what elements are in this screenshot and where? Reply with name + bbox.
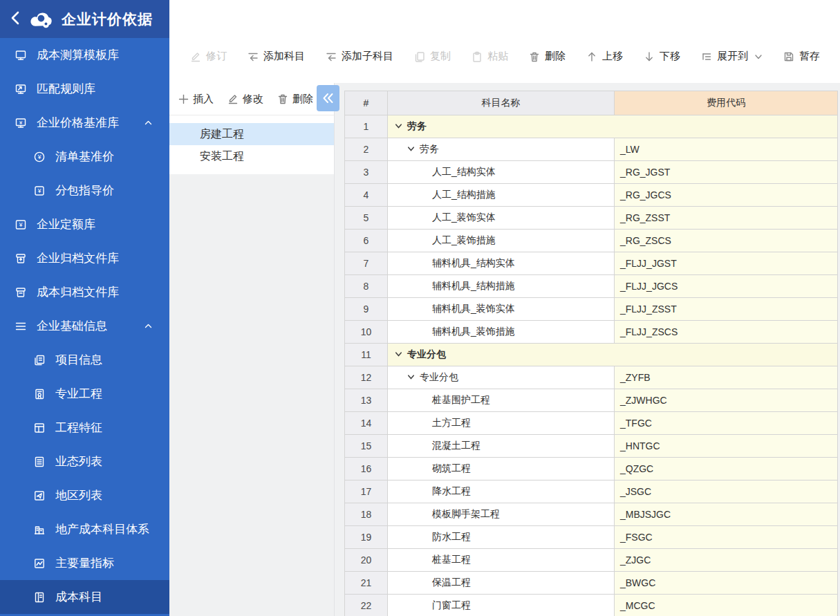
subject-name-cell[interactable]: 模板脚手架工程 (388, 503, 615, 526)
panel-button-trash[interactable]: 删除 (277, 93, 313, 106)
table-row[interactable]: 11专业分包 (345, 344, 838, 366)
chevron-down-icon[interactable] (395, 122, 402, 130)
sidebar-item[interactable]: 专业工程 (0, 377, 169, 411)
table-row[interactable]: 16砌筑工程_QZGC (345, 458, 838, 480)
subject-name-cell[interactable]: 辅料机具_装饰措施 (388, 321, 615, 344)
sidebar-item[interactable]: 业态列表 (0, 445, 169, 478)
sidebar-item[interactable]: 成本科目 (0, 580, 169, 614)
fee-code-cell[interactable]: _LW (615, 138, 838, 161)
row-number-cell[interactable]: 7 (345, 252, 388, 275)
column-header-num[interactable]: # (345, 91, 388, 115)
row-number-cell[interactable]: 2 (345, 138, 388, 161)
table-row[interactable]: 14土方工程_TFGC (345, 412, 838, 435)
row-number-cell[interactable]: 5 (345, 207, 388, 230)
toolbar-button-save[interactable]: 暂存 (783, 50, 820, 63)
sidebar-item[interactable]: 成本测算模板库 (0, 38, 169, 72)
fee-code-cell[interactable]: _ZJWHGC (615, 389, 838, 412)
chevron-up-icon[interactable] (144, 118, 153, 127)
subject-name-cell[interactable]: 降水工程 (388, 480, 615, 503)
table-row[interactable]: 15混凝土工程_HNTGC (345, 435, 838, 458)
sidebar-item[interactable]: 主要量指标 (0, 546, 169, 580)
fee-code-cell[interactable]: _RG_ZSST (615, 207, 838, 230)
collapse-panel-button chevrons-left-icon[interactable] (317, 85, 339, 111)
sidebar-item[interactable]: 匹配规则库 (0, 72, 169, 106)
table-row[interactable]: 18模板脚手架工程_MBJSJGC (345, 503, 838, 526)
sidebar-item[interactable]: 工程特征 (0, 411, 169, 445)
table-row[interactable]: 20桩基工程_ZJGC (345, 549, 838, 572)
toolbar-button-copy[interactable]: 复制 (414, 50, 451, 63)
row-number-cell[interactable]: 8 (345, 275, 388, 298)
table-row[interactable]: 3人工_结构实体_RG_JGST (345, 161, 838, 184)
subject-name-cell[interactable]: 混凝土工程 (388, 435, 615, 458)
table-row[interactable]: 13桩基围护工程_ZJWHGC (345, 389, 838, 412)
fee-code-cell[interactable]: _RG_JGST (615, 161, 838, 184)
sidebar-item[interactable]: ¥企业定额库 (0, 207, 169, 241)
fee-code-cell[interactable]: _ZYFB (615, 366, 838, 389)
row-number-cell[interactable]: 11 (345, 344, 388, 366)
table-row[interactable]: 19防水工程_FSGC (345, 526, 838, 549)
toolbar-button-expand-to[interactable]: 展开到 (701, 50, 763, 63)
row-number-cell[interactable]: 4 (345, 184, 388, 207)
subject-name-cell[interactable]: 人工_装饰措施 (388, 230, 615, 252)
row-number-cell[interactable]: 9 (345, 298, 388, 321)
row-number-cell[interactable]: 17 (345, 480, 388, 503)
fee-code-cell[interactable]: _FLJJ_JGCS (615, 275, 838, 298)
row-number-cell[interactable]: 1 (345, 115, 388, 138)
subject-name-cell[interactable]: 劳务 (388, 115, 838, 138)
row-number-cell[interactable]: 22 (345, 595, 388, 616)
fee-code-cell[interactable]: _FLJJ_JGST (615, 252, 838, 275)
fee-code-cell[interactable]: _FLJJ_ZSST (615, 298, 838, 321)
subject-name-cell[interactable]: 辅料机具_结构措施 (388, 275, 615, 298)
fee-code-cell[interactable]: _ZJGC (615, 549, 838, 572)
chevron-down-icon[interactable] (407, 373, 415, 381)
sidebar-item[interactable]: ¥分包指导价 (0, 174, 169, 207)
fee-code-cell[interactable]: _MBJSJGC (615, 503, 838, 526)
table-row[interactable]: 10辅料机具_装饰措施_FLJJ_ZSCS (345, 321, 838, 344)
row-number-cell[interactable]: 3 (345, 161, 388, 184)
table-row[interactable]: 4人工_结构措施_RG_JGCS (345, 184, 838, 207)
table-row[interactable]: 21保温工程_BWGC (345, 572, 838, 595)
table-row[interactable]: 5人工_装饰实体_RG_ZSST (345, 207, 838, 230)
column-header-name[interactable]: 科目名称 (388, 91, 615, 115)
subject-name-cell[interactable]: 砌筑工程 (388, 458, 615, 480)
fee-code-cell[interactable]: _BWGC (615, 572, 838, 595)
sidebar-item[interactable]: 地产成本科目体系 (0, 512, 169, 546)
sidebar-item[interactable]: 企业归档文件库 (0, 241, 169, 275)
table-row[interactable]: 17降水工程_JSGC (345, 480, 838, 503)
sidebar-item[interactable]: ¥清单基准价 (0, 140, 169, 174)
table-row[interactable]: 6人工_装饰措施_RG_ZSCS (345, 230, 838, 252)
toolbar-button-pencil[interactable]: 修订 (190, 50, 227, 63)
row-number-cell[interactable]: 21 (345, 572, 388, 595)
panel-button-plus[interactable]: 插入 (178, 93, 214, 106)
fee-code-cell[interactable]: _TFGC (615, 412, 838, 435)
table-row[interactable]: 12专业分包_ZYFB (345, 366, 838, 389)
row-number-cell[interactable]: 14 (345, 412, 388, 435)
row-number-cell[interactable]: 15 (345, 435, 388, 458)
row-number-cell[interactable]: 6 (345, 230, 388, 252)
subject-name-cell[interactable]: 桩基围护工程 (388, 389, 615, 412)
fee-code-cell[interactable]: _QZGC (615, 458, 838, 480)
subject-name-cell[interactable]: 门窗工程 (388, 595, 615, 616)
table-row[interactable]: 8辅料机具_结构措施_FLJJ_JGCS (345, 275, 838, 298)
chevron-up-icon[interactable] (144, 321, 153, 330)
row-number-cell[interactable]: 10 (345, 321, 388, 344)
column-header-code[interactable]: 费用代码 (615, 91, 838, 115)
fee-code-cell[interactable]: _MCGC (615, 595, 838, 616)
subject-name-cell[interactable]: 辅料机具_装饰实体 (388, 298, 615, 321)
subject-name-cell[interactable]: 桩基工程 (388, 549, 615, 572)
fee-code-cell[interactable]: _FLJJ_ZSCS (615, 321, 838, 344)
back-button chevron-left-icon[interactable] (10, 11, 20, 28)
subject-name-cell[interactable]: 专业分包 (388, 344, 838, 366)
subject-name-cell[interactable]: 劳务 (388, 138, 615, 161)
fee-code-cell[interactable]: _RG_ZSCS (615, 230, 838, 252)
fee-code-cell[interactable]: _FSGC (615, 526, 838, 549)
sidebar-item[interactable]: 地区列表 (0, 478, 169, 512)
table-row[interactable]: 22门窗工程_MCGC (345, 595, 838, 616)
table-row[interactable]: 7辅料机具_结构实体_FLJJ_JGST (345, 252, 838, 275)
toolbar-button-arrow-up[interactable]: 上移 (586, 50, 623, 63)
subject-name-cell[interactable]: 防水工程 (388, 526, 615, 549)
toolbar-button-add-child-item[interactable]: 添加子科目 (326, 50, 393, 63)
fee-code-cell[interactable]: _RG_JGCS (615, 184, 838, 207)
project-type-item[interactable]: 安装工程 (169, 145, 334, 167)
subject-name-cell[interactable]: 土方工程 (388, 412, 615, 435)
